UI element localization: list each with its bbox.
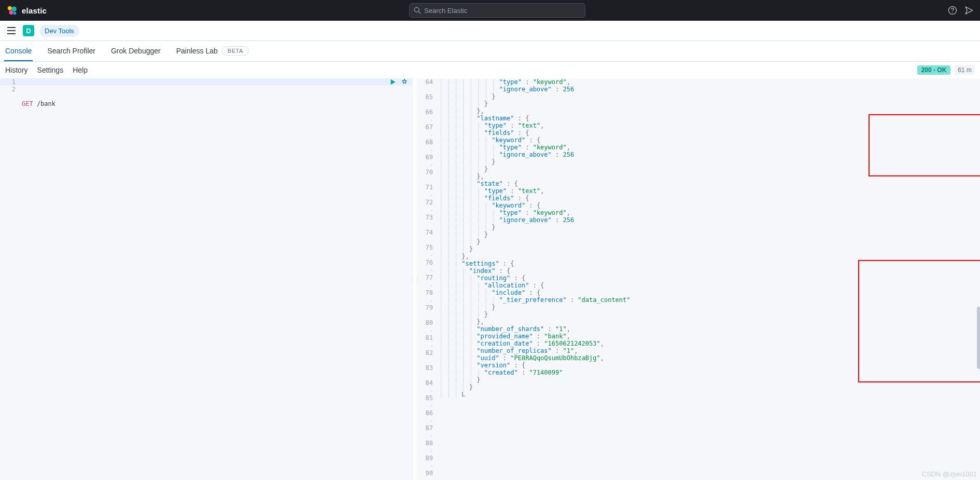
response-line: | | | | | }, bbox=[439, 107, 977, 115]
response-line: | | | | | "lastname" : { bbox=[439, 115, 977, 122]
response-line: | | | | | "number_of_shards" : "1", bbox=[439, 325, 977, 333]
svg-rect-8 bbox=[7, 27, 16, 28]
response-line: | | | | | | "fields" : { bbox=[439, 195, 977, 202]
tab-console[interactable]: Console bbox=[4, 41, 33, 61]
response-line: | | | | | | } bbox=[439, 166, 977, 173]
response-line: | | | | | | "type" : "text", bbox=[439, 122, 977, 129]
response-line: | | | | | } bbox=[439, 376, 977, 383]
subbar-settings[interactable]: Settings bbox=[37, 66, 64, 74]
response-line: | | | | | "version" : { bbox=[439, 362, 977, 369]
response-line: | | | | } bbox=[439, 383, 977, 391]
response-line: | | | | | | } bbox=[439, 231, 977, 238]
response-line: | | | | | | | | "ignore_above" : 256 bbox=[439, 216, 977, 224]
response-line: | | | | | | | | "ignore_above" : 256 bbox=[439, 86, 977, 93]
response-line: | | | | | "routing" : { bbox=[439, 275, 977, 282]
response-line: | | | | | | | "keyword" : { bbox=[439, 136, 977, 144]
response-line: | | | | | | "type" : "text", bbox=[439, 187, 977, 195]
search-placeholder: Search Elastic bbox=[424, 7, 467, 15]
request-method: GET bbox=[22, 100, 33, 107]
response-line: | | | | | "uuid" : "PE8RAQqoQsumUbOhbzaB… bbox=[439, 354, 977, 362]
response-line: | | | | | | | } bbox=[439, 158, 977, 166]
response-viewer[interactable]: 64 65 66 -67 -68 -69 -70 71 -72 -73 74 7… bbox=[417, 78, 980, 480]
app-badge[interactable]: D bbox=[23, 25, 34, 36]
response-line: | | | | | } bbox=[439, 238, 977, 245]
response-line: | | | | | "creation_date" : "16506212420… bbox=[439, 340, 977, 347]
request-code[interactable]: GET /bank bbox=[19, 78, 412, 480]
response-line: | | | "settings" : { bbox=[439, 260, 977, 267]
response-line: | | | | "index" : { bbox=[439, 267, 977, 275]
response-line: | | | | | "state" : { bbox=[439, 180, 977, 187]
response-line: | | | | | "number_of_replicas" : "1", bbox=[439, 347, 977, 354]
beta-badge: BETA bbox=[222, 46, 249, 56]
newsfeed-icon[interactable] bbox=[964, 6, 974, 15]
elastic-logo-icon bbox=[6, 5, 18, 16]
request-options-icon[interactable] bbox=[401, 78, 408, 86]
subbar-help[interactable]: Help bbox=[73, 66, 88, 74]
response-line: | | | | | | "fields" : { bbox=[439, 129, 977, 136]
brand-text: elastic bbox=[22, 6, 47, 15]
tab-search-profiler[interactable]: Search Profiler bbox=[46, 41, 96, 61]
breadcrumb-devtools[interactable]: Dev Tools bbox=[39, 25, 79, 37]
subbar-history[interactable]: History bbox=[5, 66, 28, 74]
request-gutter: 1 2 bbox=[0, 78, 19, 480]
response-scrollbar[interactable] bbox=[976, 78, 980, 480]
help-icon[interactable] bbox=[948, 6, 957, 15]
pane-resizer[interactable]: ⋮⋮ bbox=[412, 78, 417, 480]
global-search-input[interactable]: Search Elastic bbox=[409, 3, 585, 18]
response-line: | | | }, bbox=[439, 253, 977, 260]
brand-logo[interactable]: elastic bbox=[6, 5, 47, 16]
console-panes: 1 2 GET /bank ⋮⋮ 64 65 66 -67 -68 -69 -7… bbox=[0, 78, 980, 480]
svg-line-5 bbox=[418, 11, 421, 13]
svg-point-3 bbox=[13, 12, 17, 15]
nav-bar: D Dev Tools bbox=[0, 21, 980, 41]
response-gutter: 64 65 66 -67 -68 -69 -70 71 -72 -73 74 7… bbox=[417, 78, 436, 480]
response-line: | | | | | "provided_name" : "bank", bbox=[439, 333, 977, 340]
tab-grok-debugger[interactable]: Grok Debugger bbox=[110, 41, 162, 61]
tab-painless-lab[interactable]: Painless Lab BETA bbox=[175, 41, 250, 61]
svg-point-0 bbox=[8, 6, 12, 10]
response-code[interactable]: | | | | | | | | "type" : "keyword",| | |… bbox=[436, 78, 980, 480]
svg-point-4 bbox=[414, 7, 419, 12]
response-status-badge: 200 - OK bbox=[917, 65, 951, 75]
response-line: | | | | | }, bbox=[439, 173, 977, 180]
top-bar: elastic Search Elastic bbox=[0, 0, 980, 21]
response-line: | | | | | | | | "type" : "keyword", bbox=[439, 209, 977, 216]
response-line: | | | | | | | } bbox=[439, 224, 977, 231]
response-line: | | | | | | | } bbox=[439, 93, 977, 100]
search-icon bbox=[414, 7, 421, 14]
response-line: | | | | | | | | "type" : "keyword", bbox=[439, 78, 977, 86]
console-subbar: History Settings Help 200 - OK 61 m bbox=[0, 62, 980, 78]
response-line: | | | | | | | "include" : { bbox=[439, 289, 977, 296]
response-line: | | | | | }, bbox=[439, 318, 977, 325]
response-line: | | | | | | } bbox=[439, 311, 977, 318]
response-line: | | | | | | | | "type" : "keyword", bbox=[439, 144, 977, 151]
nav-toggle-button[interactable] bbox=[5, 24, 18, 37]
watermark: CSDN @zjun1001 bbox=[922, 470, 977, 478]
response-line: | | | | | | | } bbox=[439, 304, 977, 311]
request-path: /bank bbox=[37, 100, 55, 107]
svg-point-2 bbox=[9, 10, 13, 15]
svg-point-7 bbox=[952, 12, 953, 13]
devtools-tabs: Console Search Profiler Grok Debugger Pa… bbox=[0, 41, 980, 62]
response-line: | | | | } bbox=[439, 245, 977, 253]
request-editor[interactable]: 1 2 GET /bank bbox=[0, 78, 412, 480]
response-line: | | | | | | | | "ignore_above" : 256 bbox=[439, 151, 977, 158]
send-request-icon[interactable] bbox=[389, 78, 397, 86]
response-line: | | | | | | | | "_tier_preference" : "da… bbox=[439, 296, 977, 304]
response-line: | | | | | | "allocation" : { bbox=[439, 282, 977, 289]
response-line: | | | | | | "created" : "7140099" bbox=[439, 369, 977, 376]
svg-rect-10 bbox=[7, 33, 16, 34]
response-line: | | | | | | } bbox=[439, 100, 977, 107]
svg-rect-9 bbox=[7, 30, 16, 31]
response-line: | | | | | | | "keyword" : { bbox=[439, 202, 977, 209]
response-timing-badge: 61 m bbox=[955, 65, 975, 75]
response-line: | | | L bbox=[439, 391, 977, 398]
hamburger-icon bbox=[7, 27, 16, 34]
